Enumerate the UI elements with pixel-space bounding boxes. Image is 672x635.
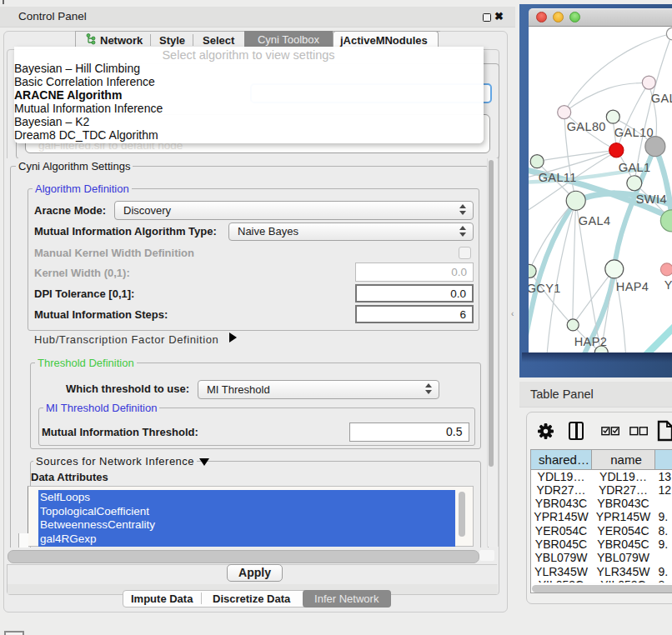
svg-text:GCY1: GCY1 xyxy=(529,281,561,294)
svg-text:GAL7: GAL7 xyxy=(650,91,672,104)
svg-text:Y: Y xyxy=(664,278,672,291)
svg-text:GAL11: GAL11 xyxy=(538,170,576,183)
svg-text:SWI4: SWI4 xyxy=(635,192,666,205)
svg-text:HAP2: HAP2 xyxy=(574,334,606,348)
svg-text:GAL4: GAL4 xyxy=(578,213,610,227)
svg-text:HAP4: HAP4 xyxy=(615,279,648,292)
svg-text:GAL1: GAL1 xyxy=(618,160,650,173)
svg-text:GAL80: GAL80 xyxy=(566,119,605,132)
svg-text:GAL10: GAL10 xyxy=(614,125,653,138)
